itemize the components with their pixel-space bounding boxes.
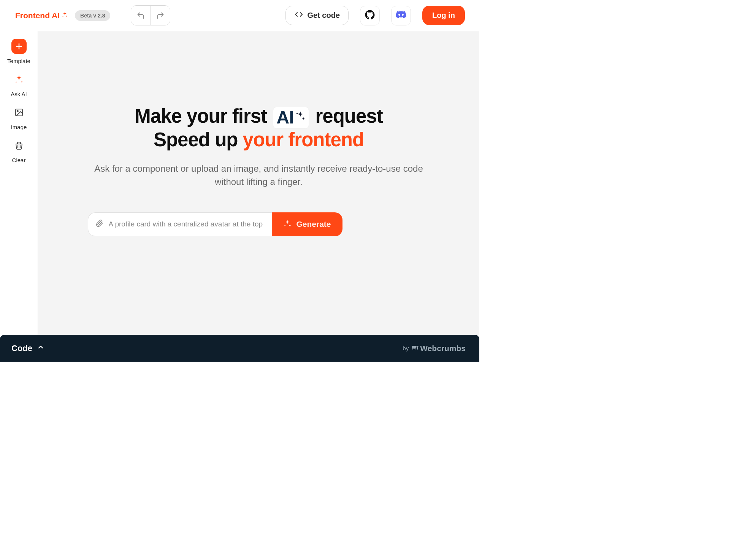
main-canvas: Make your first AI request Speed up your… [38,31,479,335]
login-label: Log in [432,11,455,19]
webcrumbs-brand: Webcrumbs [411,344,466,353]
sidebar-item-label: Template [7,58,30,64]
sidebar: Template Ask AI Image Clear [0,31,38,335]
chevron-up-icon [38,344,44,352]
sparkle-icon [62,11,68,20]
hero-title-line1-pre: Make your first [135,105,272,127]
code-label: Code [11,343,32,353]
paperclip-icon[interactable] [96,220,103,229]
by-prefix: by [403,345,409,351]
image-icon [11,105,27,120]
get-code-label: Get code [307,11,340,20]
sidebar-item-template[interactable]: Template [0,39,38,64]
logo-text: Frontend AI [15,11,60,20]
history-buttons [131,5,170,25]
hero-title-line2-pre: Speed up [154,129,243,150]
brand-text: Webcrumbs [420,344,466,353]
hero-title-line2-accent: your frontend [243,129,364,150]
login-button[interactable]: Log in [422,6,465,25]
app-header: Frontend AI Beta v 2.8 Get code Log i [0,0,479,31]
clear-icon [11,138,27,153]
hero-title-line1-post: request [310,105,382,127]
prompt-row: Generate [88,212,342,236]
beta-badge: Beta v 2.8 [75,10,110,21]
discord-button[interactable] [391,6,411,25]
github-icon [365,10,375,21]
code-icon [294,11,303,20]
plus-icon [11,39,27,54]
redo-button[interactable] [151,6,170,25]
generate-button[interactable]: Generate [272,212,342,236]
footer-attribution[interactable]: by Webcrumbs [403,344,466,353]
ai-chip-text: AI [276,107,293,128]
logo[interactable]: Frontend AI [15,11,68,20]
github-button[interactable] [360,6,380,25]
hero-title: Make your first AI request Speed up your… [88,105,430,151]
sparkle-icon [295,111,306,124]
sidebar-item-label: Image [11,124,27,130]
svg-point-3 [17,111,18,112]
sparkle-icon [283,219,292,229]
undo-button[interactable] [131,6,151,25]
sidebar-item-label: Clear [12,157,26,163]
prompt-input[interactable] [109,220,265,228]
sidebar-item-ask-ai[interactable]: Ask AI [0,72,38,97]
code-panel-toggle[interactable]: Code [11,343,44,353]
sparkle-icon [11,72,27,87]
ai-chip: AI [273,107,309,129]
sidebar-item-clear[interactable]: Clear [0,138,38,163]
sidebar-item-image[interactable]: Image [0,105,38,130]
prompt-input-wrap [88,212,272,236]
sidebar-item-label: Ask AI [11,91,27,97]
generate-label: Generate [296,220,331,229]
hero-subtitle: Ask for a component or upload an image, … [88,162,430,189]
discord-icon [396,11,406,21]
footer-bar: Code by Webcrumbs [0,335,479,362]
get-code-button[interactable]: Get code [285,6,349,25]
